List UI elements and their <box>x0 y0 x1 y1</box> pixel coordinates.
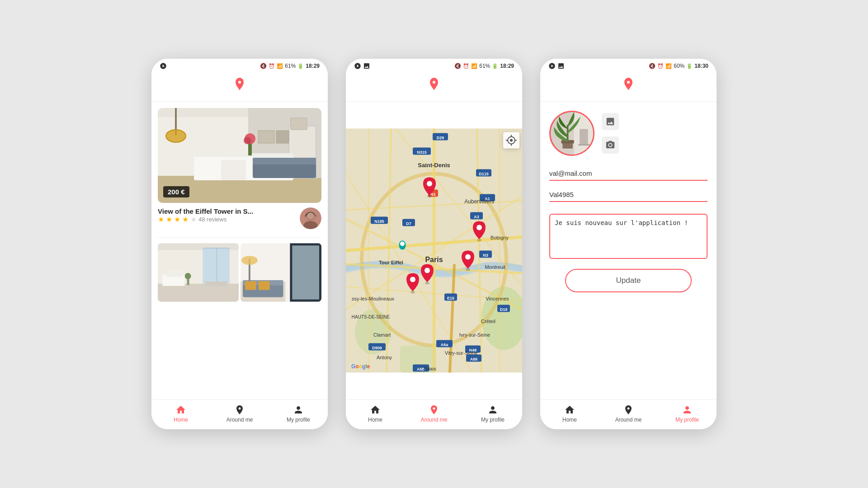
svg-text:HAUTS-DE-SEINE: HAUTS-DE-SEINE <box>352 314 390 319</box>
home-icon <box>175 404 186 415</box>
gallery-button[interactable] <box>602 113 619 130</box>
phone-map: 🔇 ⏰ 📶 61% 🔋 18:29 <box>346 59 522 429</box>
svg-rect-17 <box>258 131 274 143</box>
paris-map-svg: N315 D29 D115 N185 A3 N3 D19 D906 <box>346 102 522 399</box>
battery-pct: 61% <box>285 63 296 69</box>
svg-point-111 <box>400 242 405 246</box>
listing-card-1[interactable]: 200 € View of the Eiffel Tower in S... ★… <box>151 102 328 232</box>
listing-info: View of the Eiffel Tower in S... ★ ★ ★ ★… <box>158 203 321 232</box>
nav-home[interactable]: Home <box>151 404 210 423</box>
nav-profile-profile[interactable]: My profile <box>658 404 717 423</box>
star-3: ★ <box>174 215 180 224</box>
nav-profile[interactable]: My profile <box>269 404 328 423</box>
stars-row: ★ ★ ★ ★ ★ 48 reviews <box>158 215 258 224</box>
username-input[interactable] <box>549 188 708 202</box>
map-view[interactable]: N315 D29 D115 N185 A3 N3 D19 D906 <box>346 102 522 399</box>
listing-title: View of the Eiffel Tower in S... <box>158 207 253 215</box>
mute-icon: 🔇 <box>260 63 267 69</box>
camera-button[interactable] <box>602 136 619 154</box>
svg-text:N315: N315 <box>417 150 427 155</box>
email-input[interactable] <box>549 167 708 181</box>
nav-home-profile[interactable]: Home <box>540 404 599 423</box>
svg-text:A3: A3 <box>474 215 479 219</box>
listing-grid[interactable] <box>158 243 321 302</box>
alarm-icon-profile: ⏰ <box>657 63 664 69</box>
signal-bars: 📶 <box>277 63 283 69</box>
svg-point-120 <box>466 268 470 271</box>
svg-rect-18 <box>276 131 289 143</box>
home-screen-content: 200 € View of the Eiffel Tower in S... ★… <box>151 102 328 399</box>
nav-around-profile[interactable]: Around me <box>599 404 658 423</box>
image-icon-profile <box>557 62 565 70</box>
bio-textarea[interactable]: Je suis nouveau sur l'application ! <box>549 214 708 259</box>
host-avatar-svg <box>300 207 321 229</box>
grid-image-2 <box>241 243 321 302</box>
time-profile: 18:30 <box>694 63 708 69</box>
bottom-nav-map: Home Around me My profile <box>346 399 522 429</box>
status-bar-profile: 🔇 ⏰ 📶 60% 🔋 18:30 <box>540 59 717 71</box>
svg-point-114 <box>427 195 432 198</box>
bottom-nav-home: Home Around me My profile <box>151 399 328 429</box>
svg-text:N185: N185 <box>374 219 384 224</box>
nav-around[interactable]: Around me <box>210 404 269 423</box>
listings-list[interactable]: 200 € View of the Eiffel Tower in S... ★… <box>151 102 328 302</box>
nav-home-map[interactable]: Home <box>346 404 405 423</box>
svg-text:D19: D19 <box>500 307 508 312</box>
listing-text: View of the Eiffel Tower in S... ★ ★ ★ ★… <box>158 207 258 224</box>
svg-rect-32 <box>167 270 183 277</box>
svg-point-44 <box>241 256 258 265</box>
svg-text:E15: E15 <box>447 296 454 300</box>
notification-icon <box>160 62 167 70</box>
svg-point-119 <box>465 254 471 260</box>
svg-text:Bobigny: Bobigny <box>491 235 509 240</box>
nav-home-label-map: Home <box>368 417 382 423</box>
svg-rect-16 <box>221 160 246 180</box>
listing-image-wrapper: 200 € <box>158 108 321 203</box>
alarm-icon-map: ⏰ <box>463 63 469 69</box>
profile-avatar[interactable] <box>549 111 594 156</box>
map-screen-content[interactable]: N315 D29 D115 N185 A3 N3 D19 D906 <box>346 102 522 399</box>
svg-text:Montreuil: Montreuil <box>485 264 505 270</box>
svg-text:D906: D906 <box>372 346 382 350</box>
svg-text:Paris: Paris <box>425 256 443 263</box>
mute-icon-profile: 🔇 <box>649 63 656 69</box>
host-avatar <box>300 207 321 229</box>
svg-text:Vitry-sur-Seine: Vitry-sur-Seine <box>445 350 478 356</box>
profile-icon-buttons <box>602 113 619 154</box>
svg-text:Antony: Antony <box>377 355 392 360</box>
person-icon-profile <box>682 404 693 415</box>
listing-divider <box>158 237 321 238</box>
battery-icon-profile: 🔋 <box>686 63 693 69</box>
notification-icon-map <box>354 62 361 70</box>
svg-text:N3: N3 <box>483 253 488 258</box>
username-field-wrapper <box>549 188 708 202</box>
phone-profile: 🔇 ⏰ 📶 60% 🔋 18:30 <box>540 59 717 429</box>
nav-profile-map[interactable]: My profile <box>463 404 522 423</box>
svg-text:Créteil: Créteil <box>481 319 495 324</box>
status-left-profile <box>548 62 565 70</box>
svg-text:D29: D29 <box>437 136 444 140</box>
person-icon <box>293 404 304 415</box>
home-icon-profile <box>564 404 575 415</box>
status-right-info: 🔇 ⏰ 📶 61% 🔋 18:29 <box>260 63 320 69</box>
star-1: ★ <box>158 215 164 224</box>
svg-text:A6a: A6a <box>441 343 449 347</box>
logo-bar-map <box>346 71 522 102</box>
status-right-map: 🔇 ⏰ 📶 61% 🔋 18:29 <box>454 63 514 69</box>
svg-point-34 <box>185 273 191 279</box>
update-button[interactable]: Update <box>565 269 692 292</box>
nav-around-map[interactable]: Around me <box>405 404 463 423</box>
time-map: 18:29 <box>500 63 514 69</box>
logo-bar-profile <box>540 71 717 102</box>
svg-point-23 <box>307 212 314 220</box>
home-icon-map <box>370 404 381 415</box>
svg-rect-42 <box>259 281 270 290</box>
status-left-icons <box>160 62 167 70</box>
grid-image-1 <box>158 243 239 302</box>
status-left-map <box>354 62 370 70</box>
svg-point-116 <box>410 291 415 294</box>
svg-rect-29 <box>216 248 217 284</box>
nav-around-label-profile: Around me <box>615 417 642 423</box>
airbnb-logo <box>230 76 250 96</box>
svg-rect-41 <box>245 281 256 290</box>
